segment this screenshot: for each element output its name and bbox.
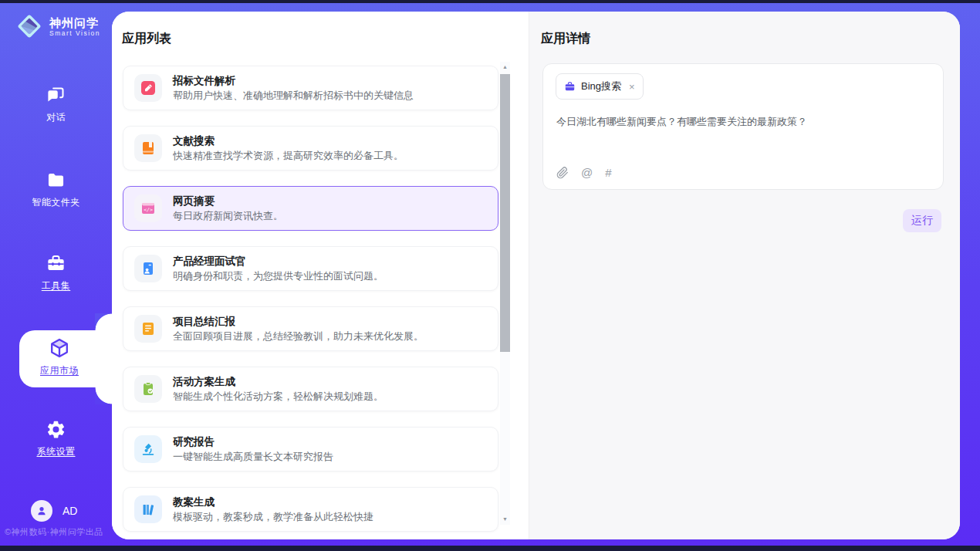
- app-card-title: 网页摘要: [173, 194, 283, 208]
- app-card-text: 网页摘要 每日政府新闻资讯快查。: [173, 194, 283, 222]
- run-button[interactable]: 运行: [903, 209, 941, 232]
- toolbox-icon: [46, 253, 66, 274]
- app-card-title: 教案生成: [173, 495, 373, 509]
- brand-name: 神州问学: [49, 16, 100, 29]
- interview-doc-icon: [134, 255, 162, 282]
- app-card-desc: 明确身份和职责，为您提供专业性的面试问题。: [173, 270, 384, 282]
- content-area: 应用列表 招标文件解析 帮助用户快速、准确地理解和解析招标书中的关键信息 文献搜…: [112, 12, 960, 539]
- sidebar-item-label: 工具集: [0, 279, 112, 292]
- app-card-desc: 快速精准查找学术资源，提高研究效率的必备工具。: [173, 150, 404, 162]
- app-card-title: 项目总结汇报: [173, 315, 424, 328]
- tool-tag-bing-search[interactable]: Bing搜索 ×: [556, 73, 644, 100]
- app-list-scrollbar[interactable]: ▲ ▼: [500, 62, 510, 525]
- app-list-title: 应用列表: [122, 31, 171, 47]
- sidebar-item-settings[interactable]: 系统设置: [0, 419, 112, 458]
- brand-tagline: Smart Vision: [49, 29, 100, 37]
- app-card-text: 文献搜索 快速精准查找学术资源，提高研究效率的必备工具。: [173, 134, 404, 162]
- sidebar-item-label: 应用市场: [27, 364, 92, 377]
- tag-close-icon[interactable]: ×: [629, 82, 635, 92]
- app-card-text: 研究报告 一键智能生成高质量长文本研究报告: [173, 435, 333, 463]
- prompt-input-card[interactable]: Bing搜索 × 今日湖北有哪些新闻要点？有哪些需要关注的最新政策？ @ #: [542, 63, 944, 190]
- app-card[interactable]: 文献搜索 快速精准查找学术资源，提高研究效率的必备工具。: [123, 126, 498, 171]
- sidebar-item-smart-folder[interactable]: 智能文件夹: [0, 170, 112, 209]
- project-report-icon: [134, 315, 162, 343]
- brand-text: 神州问学 Smart Vision: [49, 16, 100, 37]
- app-card-text: 教案生成 模板驱动，教案秒成，教学准备从此轻松快捷: [173, 495, 373, 523]
- activity-clipboard-icon: [134, 375, 162, 403]
- hash-icon[interactable]: #: [605, 166, 611, 179]
- user-account[interactable]: AD: [31, 500, 77, 522]
- literature-book-icon: [134, 134, 162, 162]
- app-card-text: 活动方案生成 智能生成个性化活动方案，轻松解决规划难题。: [173, 375, 384, 403]
- scrollbar-down-arrow[interactable]: ▼: [500, 514, 510, 525]
- app-card[interactable]: 研究报告 一键智能生成高质量长文本研究报告: [123, 427, 498, 472]
- app-card-title: 研究报告: [173, 435, 333, 448]
- mention-icon[interactable]: @: [581, 166, 593, 179]
- webpage-code-icon: </>: [134, 194, 162, 222]
- app-card[interactable]: 产品经理面试官 明确身份和职责，为您提供专业性的面试问题。: [123, 246, 498, 291]
- brand-diamond-icon: [15, 12, 43, 40]
- app-card[interactable]: 招标文件解析 帮助用户快速、准确地理解和解析招标书中的关键信息: [123, 66, 498, 110]
- cube-icon: [49, 337, 70, 359]
- app-card-desc: 智能生成个性化活动方案，轻松解决规划难题。: [173, 390, 384, 403]
- app-list-panel: 应用列表 招标文件解析 帮助用户快速、准确地理解和解析招标书中的关键信息 文献搜…: [112, 12, 529, 539]
- app-card-list: 招标文件解析 帮助用户快速、准确地理解和解析招标书中的关键信息 文献搜索 快速精…: [123, 66, 498, 539]
- sidebar-item-toolset[interactable]: 工具集: [0, 253, 112, 292]
- sidebar-item-app-market-content: 应用市场: [27, 330, 92, 377]
- sidebar-item-label: 对话: [0, 111, 112, 124]
- scrollbar-up-arrow[interactable]: ▲: [500, 62, 510, 73]
- input-toolbar: @ #: [556, 166, 612, 179]
- app-detail-panel: 应用详情 Bing搜索 × 今日湖北有哪些新闻要点？有哪些需要关注的最新政策？: [529, 12, 960, 539]
- app-card-desc: 帮助用户快速、准确地理解和解析招标书中的关键信息: [173, 90, 414, 102]
- sidebar-item-label: 系统设置: [0, 445, 112, 458]
- app-detail-title: 应用详情: [541, 31, 590, 47]
- app-card-desc: 每日政府新闻资讯快查。: [173, 210, 283, 222]
- tender-edit-icon: [134, 74, 162, 102]
- app-card-title: 产品经理面试官: [173, 255, 384, 268]
- sidebar-item-label: 智能文件夹: [0, 196, 112, 209]
- app-card-text: 产品经理面试官 明确身份和职责，为您提供专业性的面试问题。: [173, 255, 384, 282]
- app-card-text: 项目总结汇报 全面回顾项目进展，总结经验教训，助力未来优化发展。: [173, 315, 424, 343]
- app-card-desc: 模板驱动，教案秒成，教学准备从此轻松快捷: [173, 511, 373, 523]
- app-card[interactable]: 项目总结汇报 全面回顾项目进展，总结经验教训，助力未来优化发展。: [123, 306, 498, 351]
- avatar[interactable]: [31, 500, 52, 522]
- scrollbar-thumb[interactable]: [500, 74, 510, 352]
- app-card-text: 招标文件解析 帮助用户快速、准确地理解和解析招标书中的关键信息: [173, 74, 414, 102]
- paperclip-icon[interactable]: [556, 167, 569, 179]
- window-bottom-strip: [0, 546, 980, 551]
- app-card-desc: 一键智能生成高质量长文本研究报告: [173, 451, 333, 463]
- app-card-title: 文献搜索: [173, 134, 404, 147]
- briefcase-icon: [564, 81, 576, 93]
- app-card[interactable]: </> 网页摘要 每日政府新闻资讯快查。: [123, 186, 498, 231]
- brand-logo: 神州问学 Smart Vision: [15, 12, 100, 40]
- user-name: AD: [63, 505, 77, 517]
- copyright-text: ©神州数码·神州问学出品: [5, 526, 103, 538]
- sidebar-item-chat[interactable]: 对话: [0, 85, 112, 124]
- lesson-books-icon: [134, 495, 162, 523]
- app-card[interactable]: 教案生成 模板驱动，教案秒成，教学准备从此轻松快捷: [123, 487, 498, 532]
- sidebar-item-app-market[interactable]: 应用市场: [19, 330, 112, 387]
- tool-tag-label: Bing搜索: [581, 79, 621, 93]
- query-text[interactable]: 今日湖北有哪些新闻要点？有哪些需要关注的最新政策？: [556, 115, 931, 129]
- app-card-desc: 全面回顾项目进展，总结经验教训，助力未来优化发展。: [173, 330, 424, 343]
- gear-icon: [46, 419, 66, 440]
- folder-icon: [46, 170, 66, 191]
- chat-icon: [46, 85, 66, 106]
- svg-text:</>: </>: [144, 207, 153, 213]
- sidebar: 神州问学 Smart Vision 对话 智能文件夹 工具集: [0, 3, 112, 546]
- app-card-title: 活动方案生成: [173, 375, 384, 388]
- user-icon: [35, 505, 48, 517]
- app-card[interactable]: 活动方案生成 智能生成个性化活动方案，轻松解决规划难题。: [123, 367, 498, 411]
- app-card-title: 招标文件解析: [173, 74, 414, 87]
- research-microscope-icon: [134, 435, 162, 463]
